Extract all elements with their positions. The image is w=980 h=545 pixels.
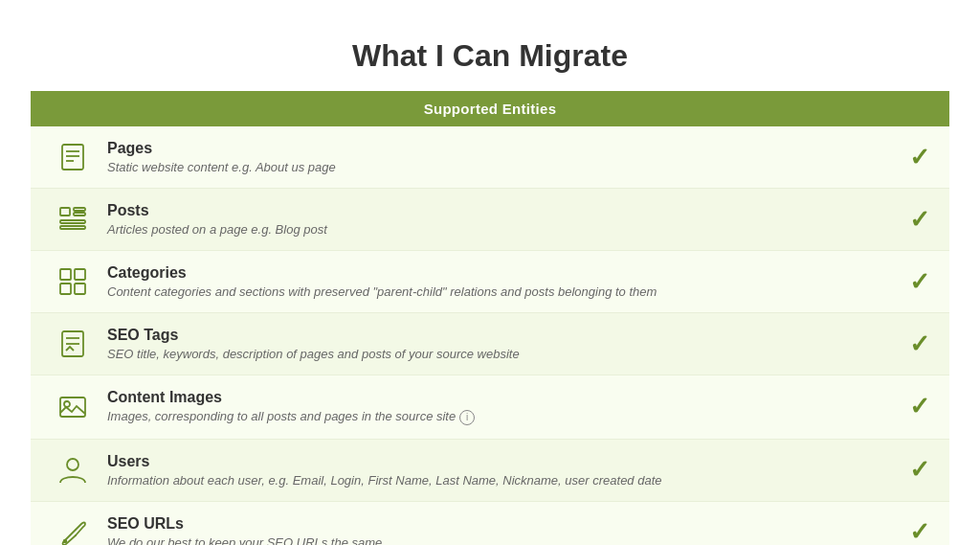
svg-rect-9 — [60, 269, 71, 280]
check-users: ✓ — [892, 455, 930, 485]
check-pages: ✓ — [892, 143, 930, 172]
check-seo-tags: ✓ — [892, 329, 930, 359]
entity-desc-content-images: Images, corresponding to all posts and p… — [107, 409, 892, 425]
supported-entities-section: Supported Entities PagesStatic website c… — [31, 91, 949, 545]
checkmark-icon: ✓ — [909, 329, 930, 359]
svg-rect-11 — [60, 284, 71, 294]
svg-point-19 — [64, 539, 67, 542]
entity-name-content-images: Content Images — [107, 389, 892, 406]
pages-icon — [50, 141, 96, 173]
checkmark-icon: ✓ — [909, 205, 930, 235]
entity-desc-posts: Articles posted on a page e.g. Blog post — [107, 222, 892, 237]
check-content-images: ✓ — [892, 392, 930, 421]
entity-desc-seo-urls: We do our best to keep your SEO URLs the… — [107, 535, 892, 545]
svg-rect-7 — [60, 220, 85, 223]
main-container: What I Can Migrate Supported Entities Pa… — [31, 19, 949, 545]
entity-info-posts: PostsArticles posted on a page e.g. Blog… — [96, 202, 892, 237]
entity-desc-pages: Static website content e.g. About us pag… — [107, 160, 892, 174]
users-icon — [50, 454, 96, 487]
entity-info-seo-tags: SEO TagsSEO title, keywords, description… — [96, 327, 892, 361]
entity-row-users: UsersInformation about each user, e.g. E… — [31, 440, 949, 502]
svg-rect-5 — [74, 208, 85, 211]
svg-rect-6 — [74, 213, 85, 216]
entity-row-posts: PostsArticles posted on a page e.g. Blog… — [31, 189, 949, 251]
entity-row-seo-urls: SEO URLsWe do our best to keep your SEO … — [31, 502, 949, 545]
seo-tags-icon — [50, 328, 96, 360]
entity-row-content-images: Content ImagesImages, corresponding to a… — [31, 375, 949, 440]
svg-rect-0 — [62, 145, 83, 170]
entity-desc-users: Information about each user, e.g. Email,… — [107, 473, 892, 488]
checkmark-icon: ✓ — [909, 267, 930, 297]
svg-rect-16 — [60, 397, 85, 417]
entities-list: PagesStatic website content e.g. About u… — [31, 126, 949, 545]
check-posts: ✓ — [892, 205, 930, 235]
check-seo-urls: ✓ — [892, 517, 930, 545]
entity-name-posts: Posts — [107, 202, 892, 219]
section-header: Supported Entities — [31, 91, 949, 126]
entity-name-seo-urls: SEO URLs — [107, 515, 892, 533]
entity-name-pages: Pages — [107, 140, 892, 157]
svg-rect-4 — [60, 208, 70, 216]
checkmark-icon: ✓ — [909, 455, 930, 485]
checkmark-icon: ✓ — [909, 392, 930, 421]
entity-info-categories: CategoriesContent categories and section… — [96, 264, 892, 299]
entity-desc-seo-tags: SEO title, keywords, description of page… — [107, 347, 892, 361]
checkmark-icon: ✓ — [909, 517, 930, 545]
info-icon[interactable]: i — [459, 410, 475, 425]
svg-point-17 — [64, 401, 70, 407]
svg-point-18 — [67, 459, 78, 470]
entity-row-pages: PagesStatic website content e.g. About u… — [31, 126, 949, 189]
seo-urls-icon — [50, 516, 96, 545]
entity-name-seo-tags: SEO Tags — [107, 327, 892, 344]
entity-row-seo-tags: SEO TagsSEO title, keywords, description… — [31, 313, 949, 375]
entity-info-seo-urls: SEO URLsWe do our best to keep your SEO … — [96, 515, 892, 545]
page-title: What I Can Migrate — [31, 19, 949, 91]
svg-rect-8 — [60, 226, 85, 229]
entity-info-users: UsersInformation about each user, e.g. E… — [96, 453, 892, 488]
categories-icon — [50, 265, 96, 298]
entity-info-content-images: Content ImagesImages, corresponding to a… — [96, 389, 892, 425]
posts-icon — [50, 203, 96, 236]
content-images-icon — [50, 391, 96, 423]
entity-desc-categories: Content categories and sections with pre… — [107, 284, 892, 299]
check-categories: ✓ — [892, 267, 930, 297]
entity-name-users: Users — [107, 453, 892, 470]
svg-rect-10 — [75, 269, 85, 280]
checkmark-icon: ✓ — [909, 143, 930, 172]
entity-name-categories: Categories — [107, 264, 892, 282]
entity-row-categories: CategoriesContent categories and section… — [31, 251, 949, 313]
svg-rect-12 — [75, 284, 85, 294]
entity-info-pages: PagesStatic website content e.g. About u… — [96, 140, 892, 174]
